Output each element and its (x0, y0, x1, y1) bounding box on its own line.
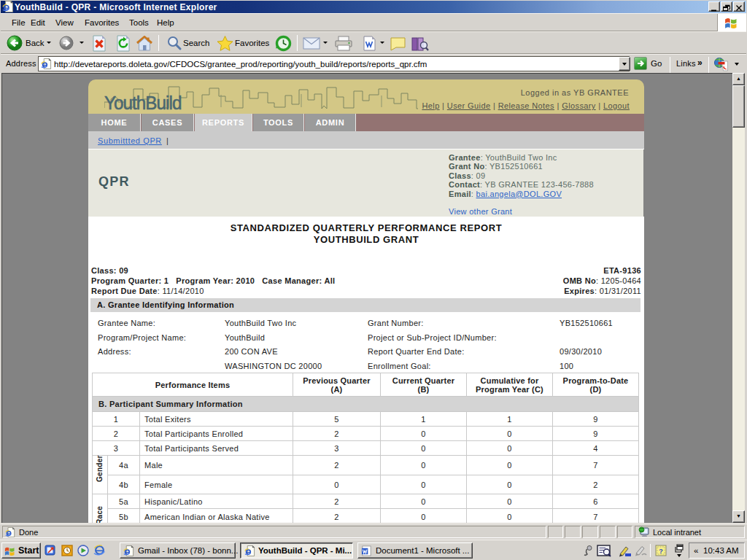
svg-text:?: ? (659, 548, 663, 555)
